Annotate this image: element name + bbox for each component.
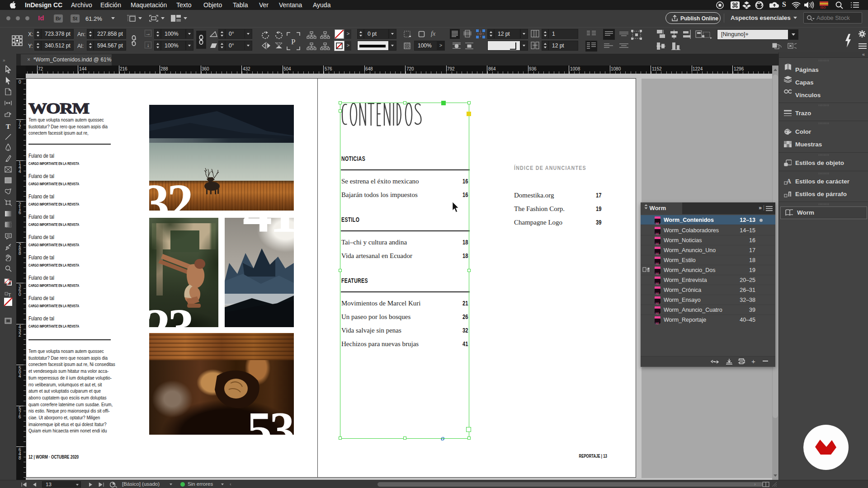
svg-text:T: T: [8, 292, 11, 297]
svg-text:A: A: [787, 178, 792, 185]
svg-text:P: P: [291, 38, 295, 46]
svg-text:ISO: ISO: [821, 6, 826, 9]
